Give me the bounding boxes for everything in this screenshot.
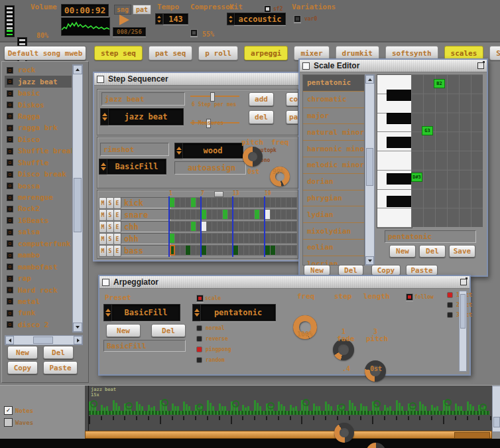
- black-key[interactable]: [387, 137, 412, 148]
- step-cell[interactable]: [244, 197, 249, 208]
- variation-checkbox[interactable]: [294, 15, 301, 23]
- song-copy-button[interactable]: Copy: [7, 361, 38, 374]
- step-cell[interactable]: [281, 197, 286, 208]
- step-cell[interactable]: [186, 209, 191, 220]
- fade-knob[interactable]: [334, 423, 354, 443]
- notes-checkbox[interactable]: ✓: [4, 406, 13, 415]
- step-cell[interactable]: [175, 233, 180, 244]
- mode-option-pingpong[interactable]: pingpong: [196, 346, 231, 352]
- arp-vscrollbar[interactable]: [459, 291, 467, 372]
- step-cell[interactable]: [202, 245, 207, 256]
- slider-handle[interactable]: [210, 92, 215, 102]
- scroll-right-button[interactable]: [74, 336, 82, 344]
- note-g3[interactable]: G3: [422, 126, 433, 135]
- bottom-copy-button[interactable]: Copy: [371, 265, 401, 275]
- step-cell[interactable]: [170, 245, 175, 256]
- scroll-down-button[interactable]: [365, 256, 374, 265]
- octave-radio[interactable]: [447, 312, 453, 318]
- scroll-up-button[interactable]: [365, 75, 374, 84]
- step-cell[interactable]: [239, 233, 244, 244]
- step-cell[interactable]: [271, 197, 276, 208]
- list-item-shuffle[interactable]: Shuffle: [5, 157, 72, 169]
- step-cell[interactable]: [202, 209, 207, 220]
- song-paste-button[interactable]: Paste: [43, 361, 78, 374]
- step-cell[interactable]: [292, 233, 297, 244]
- step-cell[interactable]: [265, 245, 271, 256]
- step-cell[interactable]: [244, 233, 249, 244]
- step-cell[interactable]: [255, 209, 260, 220]
- step-cell[interactable]: [281, 221, 286, 232]
- list-item-disco[interactable]: Disco: [5, 134, 72, 145]
- timeline-vscrollbar[interactable]: [492, 386, 500, 432]
- step-cell[interactable]: [239, 209, 244, 220]
- scale-item-pentatonic[interactable]: pentatonic: [303, 75, 364, 92]
- note-grid[interactable]: B2G3D#3: [411, 74, 483, 227]
- pattern-name-input[interactable]: jazz beat: [101, 92, 185, 106]
- grid-position-marker[interactable]: [214, 191, 223, 197]
- autoassign-button[interactable]: autoassign: [174, 161, 246, 175]
- list-item-disco-break[interactable]: Disco break: [5, 169, 72, 180]
- step-cell[interactable]: [180, 197, 186, 208]
- scroll-left-button[interactable]: [5, 336, 14, 344]
- step-cell[interactable]: [271, 233, 276, 244]
- song-list-vscrollbar[interactable]: [72, 64, 83, 333]
- list-item-disco-2[interactable]: disco 2: [5, 319, 72, 331]
- step-cell[interactable]: [202, 197, 207, 208]
- song-new-button[interactable]: New: [7, 346, 38, 359]
- instrument-preset-combo[interactable]: BasicFill: [107, 159, 166, 175]
- tempo-value[interactable]: 143: [163, 13, 188, 25]
- step-cell[interactable]: [191, 245, 196, 256]
- step-cell[interactable]: [265, 209, 271, 220]
- step-cell[interactable]: [292, 197, 297, 208]
- scale-name-input[interactable]: pentatonic: [385, 230, 476, 243]
- step-cell[interactable]: [175, 221, 180, 232]
- step-cell[interactable]: [292, 209, 297, 220]
- step-cell[interactable]: [170, 197, 175, 208]
- step-cell[interactable]: [218, 245, 223, 256]
- step-cell[interactable]: [223, 209, 228, 220]
- black-key[interactable]: [387, 113, 412, 124]
- step-cell[interactable]: [244, 209, 249, 220]
- step-cell[interactable]: [286, 245, 292, 256]
- mode-option-reverse[interactable]: reverse: [196, 336, 228, 342]
- song-list-hscrollbar[interactable]: [5, 335, 83, 345]
- step-cell[interactable]: [180, 221, 186, 232]
- pitch-knob[interactable]: [243, 147, 263, 167]
- step-cell[interactable]: [186, 233, 191, 244]
- list-item-funk[interactable]: funk: [5, 307, 72, 319]
- note-b2[interactable]: B2: [434, 79, 445, 88]
- scale-editor-titlebar[interactable]: Scale Editor: [300, 60, 487, 72]
- mode-radio[interactable]: [196, 346, 202, 352]
- scroll-thumb[interactable]: [460, 294, 466, 329]
- step-cell[interactable]: [271, 221, 276, 232]
- scroll-thumb[interactable]: [33, 336, 53, 344]
- timeline-track[interactable]: jazz beat 15x: [85, 386, 492, 431]
- scale-item-major[interactable]: major: [303, 108, 364, 125]
- step-cell[interactable]: [218, 221, 223, 232]
- step-cell[interactable]: [223, 233, 228, 244]
- step-cell[interactable]: [207, 245, 212, 256]
- step-cell[interactable]: [249, 245, 255, 256]
- scale-del-button[interactable]: Del: [419, 245, 446, 258]
- step-cell[interactable]: [281, 245, 286, 256]
- step-cell[interactable]: [175, 197, 180, 208]
- scale-item-melodic-minor[interactable]: melodic minor: [303, 157, 364, 174]
- list-item-metal[interactable]: metal: [5, 296, 72, 307]
- pat-button[interactable]: pat: [133, 5, 151, 15]
- step-cell[interactable]: [286, 221, 292, 232]
- scale-item-chromatic[interactable]: chromatic: [303, 92, 364, 108]
- step-cell[interactable]: [175, 209, 180, 220]
- step-cell[interactable]: [286, 197, 292, 208]
- arpeggiator-titlebar[interactable]: Arpeggiator: [99, 276, 469, 289]
- step-cell[interactable]: [286, 233, 292, 244]
- list-item-computerfunk[interactable]: computerfunk: [5, 238, 72, 250]
- pattern-add-button[interactable]: add: [249, 92, 274, 106]
- step-cell[interactable]: [186, 197, 191, 208]
- black-key[interactable]: [387, 90, 412, 101]
- black-key[interactable]: [387, 173, 412, 185]
- step-cell[interactable]: [265, 221, 271, 232]
- scroll-thumb[interactable]: [74, 178, 82, 232]
- kit-flag-checkbox[interactable]: [264, 5, 271, 13]
- step-cell[interactable]: [186, 245, 191, 256]
- bottom-new-button[interactable]: New: [304, 265, 330, 275]
